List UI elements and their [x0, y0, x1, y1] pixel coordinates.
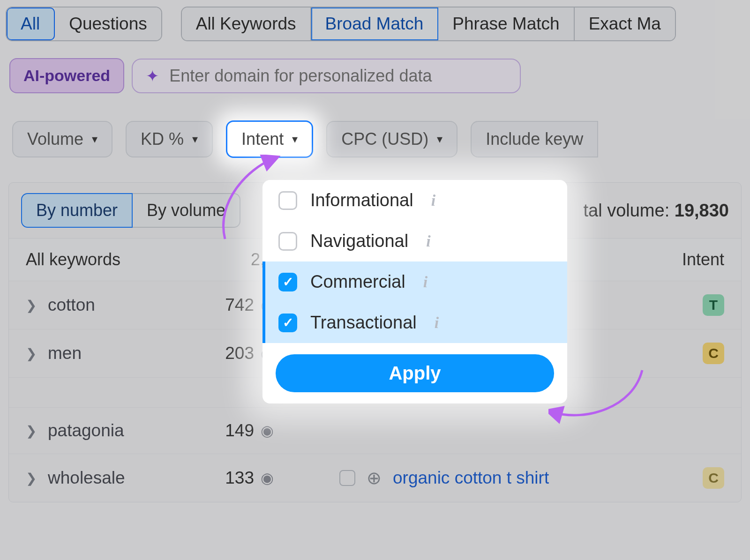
intent-option-navigational[interactable]: Navigational i	[262, 221, 567, 261]
tab-broad-match[interactable]: Broad Match	[311, 7, 439, 40]
option-label: Commercial	[310, 272, 405, 292]
total-volume: tal volume: 19,830	[583, 201, 729, 221]
total-volume-value: 19,830	[675, 201, 729, 220]
checkbox[interactable]	[339, 470, 355, 486]
tab-all-keywords[interactable]: All Keywords	[182, 7, 311, 40]
tab-exact-match[interactable]: Exact Ma	[575, 7, 675, 40]
filter-kd-label: KD %	[141, 129, 184, 149]
row-right: ⊕ organic cotton t shirt	[339, 468, 549, 488]
filter-volume-label: Volume	[27, 129, 83, 149]
checkbox[interactable]	[278, 232, 297, 251]
chevron-right-icon[interactable]: ❯	[26, 470, 37, 486]
keyword-count: 203	[188, 343, 254, 363]
top-tabs: All Questions All Keywords Broad Match P…	[0, 0, 750, 41]
checkbox-checked[interactable]	[278, 273, 297, 291]
tab-questions[interactable]: Questions	[55, 7, 161, 40]
checkbox[interactable]	[278, 191, 297, 210]
info-icon[interactable]: i	[423, 273, 428, 291]
chevron-down-icon: ▾	[437, 133, 442, 146]
intent-badge-c: C	[703, 343, 724, 364]
switch-by-number[interactable]: By number	[21, 193, 133, 228]
tab-all[interactable]: All	[7, 7, 55, 40]
intent-badge-c: C	[703, 467, 724, 489]
filter-intent[interactable]: Intent ▾	[226, 120, 313, 158]
option-label: Informational	[310, 190, 413, 210]
filter-cpc-label: CPC (USD)	[341, 129, 428, 149]
intent-option-commercial[interactable]: Commercial i	[262, 261, 567, 302]
apply-button[interactable]: Apply	[276, 354, 554, 392]
filter-include-keywords[interactable]: Include keyw	[471, 121, 598, 157]
option-label: Navigational	[310, 231, 408, 251]
tab-phrase-match[interactable]: Phrase Match	[438, 7, 574, 40]
keyword-link[interactable]: organic cotton t shirt	[393, 468, 549, 488]
ai-powered-badge: AI-powered	[9, 58, 124, 93]
col-all-keywords: All keywords	[26, 250, 195, 269]
col-intent: Intent	[682, 250, 724, 269]
keyword-name[interactable]: cotton	[48, 295, 188, 315]
option-label: Transactional	[310, 313, 417, 333]
chevron-down-icon: ▾	[92, 133, 98, 146]
sparkle-icon: ✦	[146, 67, 159, 85]
info-icon[interactable]: i	[435, 314, 439, 332]
total-volume-label: tal volume:	[583, 201, 669, 220]
ai-input-container[interactable]: ✦	[132, 59, 521, 93]
chevron-right-icon[interactable]: ❯	[26, 423, 37, 439]
chevron-right-icon[interactable]: ❯	[26, 298, 37, 313]
filter-include-label: Include keyw	[486, 129, 583, 149]
ai-row: AI-powered ✦	[0, 41, 750, 102]
tab-group-type: All Questions	[6, 7, 162, 41]
eye-icon[interactable]: ◉	[261, 469, 274, 487]
intent-option-transactional[interactable]: Transactional i	[262, 302, 567, 343]
filter-cpc[interactable]: CPC (USD) ▾	[326, 121, 458, 157]
keyword-name[interactable]: patagonia	[48, 421, 188, 441]
keyword-count: 133	[188, 468, 254, 488]
table-row: ❯ patagonia 149 ◉	[9, 407, 741, 454]
keyword-count: 149	[188, 421, 254, 441]
plus-circle-icon[interactable]: ⊕	[367, 468, 382, 488]
keyword-count: 742	[188, 295, 254, 315]
filter-intent-label: Intent	[241, 129, 284, 149]
intent-option-informational[interactable]: Informational i	[262, 180, 567, 221]
intent-dropdown: Informational i Navigational i Commercia…	[262, 180, 567, 403]
switch-by-volume[interactable]: By volume	[133, 193, 240, 228]
intent-badge-t: T	[703, 294, 724, 316]
checkbox-checked[interactable]	[278, 314, 297, 332]
keyword-name[interactable]: wholesale	[48, 468, 188, 488]
switch-group: By number By volume	[21, 193, 240, 228]
chevron-down-icon: ▾	[292, 133, 298, 146]
chevron-down-icon: ▾	[192, 133, 198, 146]
chevron-right-icon[interactable]: ❯	[26, 346, 37, 361]
eye-icon[interactable]: ◉	[261, 422, 274, 440]
filter-kd[interactable]: KD % ▾	[126, 121, 213, 157]
filters-row: Volume ▾ KD % ▾ Intent ▾ CPC (USD) ▾ Inc…	[0, 102, 750, 166]
info-icon[interactable]: i	[431, 192, 435, 209]
keyword-name[interactable]: men	[48, 343, 188, 363]
tab-group-match: All Keywords Broad Match Phrase Match Ex…	[181, 7, 676, 41]
table-row: ❯ wholesale 133 ◉ ⊕ organic cotton t shi…	[9, 454, 741, 502]
filter-volume[interactable]: Volume ▾	[12, 121, 112, 157]
info-icon[interactable]: i	[426, 232, 430, 250]
domain-input[interactable]	[169, 66, 507, 86]
